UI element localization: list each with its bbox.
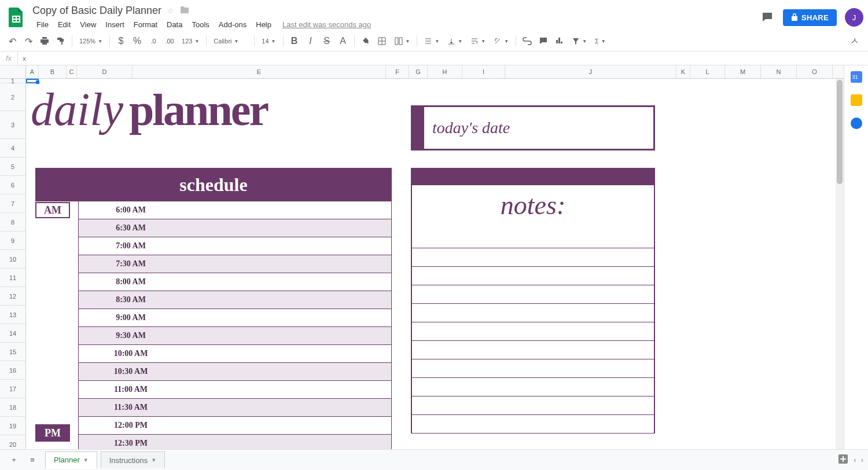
col-header-A[interactable]: A: [26, 65, 39, 78]
row-header-9[interactable]: 9: [0, 232, 25, 250]
schedule-row[interactable]: 8:30 AM: [78, 291, 392, 309]
zoom-dropdown[interactable]: 125%▼: [76, 36, 106, 46]
row-header-2[interactable]: 2: [0, 83, 25, 111]
notes-section[interactable]: notes:: [411, 185, 655, 434]
col-header-G[interactable]: G: [409, 65, 428, 78]
add-sheet-button[interactable]: +: [5, 452, 23, 455]
col-header-I[interactable]: I: [462, 65, 505, 78]
schedule-row[interactable]: 11:30 AM: [78, 398, 392, 417]
increase-decimal-button[interactable]: .00: [162, 34, 177, 49]
row-header-1[interactable]: 1: [0, 79, 25, 83]
keep-addon-icon[interactable]: [851, 94, 862, 106]
font-dropdown[interactable]: Calibri▼: [210, 36, 251, 46]
menu-format[interactable]: Format: [130, 18, 161, 31]
bold-button[interactable]: B: [287, 34, 302, 49]
paint-format-button[interactable]: [53, 34, 68, 49]
rotate-dropdown[interactable]: ▼: [490, 36, 512, 46]
col-header-K[interactable]: K: [676, 65, 690, 78]
row-header-6[interactable]: 6: [0, 176, 25, 194]
tasks-addon-icon[interactable]: [851, 118, 862, 129]
col-header-E[interactable]: E: [133, 65, 386, 78]
decrease-decimal-button[interactable]: .0: [146, 34, 161, 49]
row-header-13[interactable]: 13: [0, 306, 25, 324]
schedule-row[interactable]: 10:00 AM: [78, 344, 392, 363]
row-header-4[interactable]: 4: [0, 139, 25, 157]
row-header-5[interactable]: 5: [0, 157, 25, 176]
link-button[interactable]: [520, 34, 535, 49]
menu-edit[interactable]: Edit: [54, 18, 75, 31]
schedule-row[interactable]: 12:00 PM: [78, 416, 392, 435]
row-header-7[interactable]: 7: [0, 194, 25, 213]
col-header-J[interactable]: J: [505, 65, 676, 78]
redo-button[interactable]: ↷: [21, 34, 36, 49]
all-sheets-button[interactable]: ≡: [23, 452, 42, 455]
menu-data[interactable]: Data: [163, 18, 186, 31]
schedule-row[interactable]: 6:00 AM: [78, 201, 392, 219]
scrollbar-vertical[interactable]: [836, 79, 844, 454]
text-color-button[interactable]: A: [336, 34, 351, 49]
italic-button[interactable]: I: [303, 34, 318, 49]
explore-button[interactable]: [837, 453, 849, 454]
schedule-row[interactable]: 7:00 AM: [78, 237, 392, 255]
percent-button[interactable]: %: [130, 34, 145, 49]
row-header-16[interactable]: 16: [0, 361, 25, 380]
sheet-tab-instructions[interactable]: Instructions ▼: [101, 451, 165, 454]
col-header-C[interactable]: C: [67, 65, 77, 78]
folder-icon[interactable]: [180, 6, 189, 16]
borders-button[interactable]: [374, 34, 389, 49]
formula-input[interactable]: [18, 55, 868, 62]
row-header-14[interactable]: 14: [0, 324, 25, 343]
col-header-D[interactable]: D: [77, 65, 133, 78]
schedule-table[interactable]: 6:00 AM6:30 AM7:00 AM7:30 AM8:00 AM8:30 …: [78, 201, 392, 453]
sheet-tab-planner[interactable]: Planner ▼: [45, 451, 97, 454]
select-all-cell[interactable]: [0, 65, 26, 78]
comments-icon[interactable]: [760, 10, 775, 25]
schedule-row[interactable]: 10:30 AM: [78, 362, 392, 381]
v-align-dropdown[interactable]: ▼: [444, 36, 466, 46]
h-align-dropdown[interactable]: ▼: [421, 36, 443, 46]
col-header-N[interactable]: N: [761, 65, 797, 78]
schedule-row[interactable]: 9:30 AM: [78, 326, 392, 345]
col-header-H[interactable]: H: [428, 65, 462, 78]
menu-add-ons[interactable]: Add-ons: [215, 18, 251, 31]
chart-button[interactable]: [552, 34, 567, 49]
row-header-15[interactable]: 15: [0, 343, 25, 361]
print-button[interactable]: [37, 34, 52, 49]
col-header-B[interactable]: B: [39, 65, 67, 78]
comment-button[interactable]: [536, 34, 551, 49]
currency-button[interactable]: $: [113, 34, 128, 49]
row-header-8[interactable]: 8: [0, 213, 25, 232]
spreadsheet-grid[interactable]: ABCDEFGHIJKLMNOP 12345678910111213141516…: [0, 65, 844, 454]
row-header-10[interactable]: 10: [0, 250, 25, 269]
merge-cells-dropdown[interactable]: ▼: [391, 35, 414, 47]
collapse-toolbar-button[interactable]: ㅅ: [847, 34, 862, 49]
schedule-row[interactable]: 7:30 AM: [78, 255, 392, 273]
row-header-19[interactable]: 19: [0, 417, 25, 435]
col-header-L[interactable]: L: [690, 65, 725, 78]
star-icon[interactable]: ☆: [167, 6, 174, 15]
schedule-row[interactable]: 11:00 AM: [78, 380, 392, 399]
menu-insert[interactable]: Insert: [101, 18, 128, 31]
functions-dropdown[interactable]: Σ▼: [591, 36, 609, 46]
menu-tools[interactable]: Tools: [187, 18, 213, 31]
menu-help[interactable]: Help: [252, 18, 275, 31]
sheets-logo[interactable]: [5, 6, 28, 29]
schedule-row[interactable]: 8:00 AM: [78, 273, 392, 291]
share-button[interactable]: SHARE: [783, 9, 837, 26]
date-box[interactable]: today's date: [411, 105, 655, 150]
row-header-12[interactable]: 12: [0, 287, 25, 306]
wrap-dropdown[interactable]: ▼: [467, 36, 489, 46]
number-format-dropdown[interactable]: 123▼: [178, 36, 203, 46]
col-header-M[interactable]: M: [725, 65, 761, 78]
schedule-row[interactable]: 9:00 AM: [78, 309, 392, 327]
strikethrough-button[interactable]: S: [319, 34, 334, 49]
menu-file[interactable]: File: [32, 18, 53, 31]
calendar-addon-icon[interactable]: [851, 71, 862, 83]
fill-color-button[interactable]: [358, 34, 373, 49]
doc-title[interactable]: Copy of Basic Daily Planner: [32, 5, 161, 17]
col-header-F[interactable]: F: [386, 65, 409, 78]
schedule-row[interactable]: 6:30 AM: [78, 219, 392, 237]
filter-dropdown[interactable]: ▼: [568, 36, 590, 46]
row-header-18[interactable]: 18: [0, 398, 25, 417]
font-size-dropdown[interactable]: 14▼: [258, 36, 279, 46]
